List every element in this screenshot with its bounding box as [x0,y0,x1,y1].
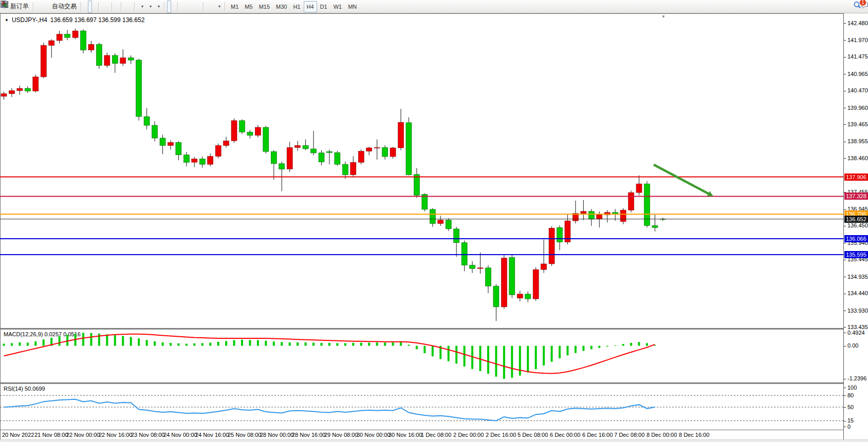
chevron-down-icon[interactable]: ▾ [218,4,220,9]
timeframe-MN[interactable]: MN [345,1,360,12]
timeframe-W1[interactable]: W1 [330,1,345,12]
text-label-button[interactable]: T [210,1,214,13]
bar-chart-button[interactable] [84,1,88,13]
time-tick-label: 20 Nov 2022 [2,432,34,438]
axis-tick [844,294,846,294]
zoom-in-button[interactable] [101,1,105,13]
price-tick-label: 136.450 [847,222,868,228]
axis-tick [844,395,846,396]
timeframe-H1[interactable]: H1 [290,1,303,12]
time-tick-label: 1 Dec 08:00 [421,432,451,438]
axis-tick [844,57,846,57]
arrows-button[interactable]: ▾ [214,1,223,13]
price-axis[interactable]: 142.480141.970141.475140.965140.470139.9… [843,13,868,439]
axis-tick [844,74,846,74]
cursor-button[interactable] [167,1,171,13]
autotrade-button[interactable]: 自动交易 [48,1,79,13]
current-price-badge: 136.652 [844,216,868,223]
price-tick-label: 138.460 [847,155,868,161]
toolbar-separator [121,2,122,11]
vertical-line-button[interactable] [180,1,184,13]
time-tick-label: 8 Dec 00:00 [647,432,677,438]
time-tick-label: 2 Dec 00:00 [453,432,484,438]
price-tick-label: 141.475 [847,53,868,60]
rsi-tick-label: 50 [847,404,854,410]
price-tick-label: 142.480 [847,20,868,26]
price-tick-label: 140.965 [847,71,868,77]
rsi-tick-label: 100 [847,385,857,391]
time-tick-label: 6 Dec 00:00 [550,432,580,438]
auto-scroll-button[interactable] [124,1,128,13]
time-tick-label: 21 Nov 08:00 [34,432,68,438]
time-tick-label: 30 Nov 16:00 [389,432,422,438]
time-tick-label: 24 Nov 16:00 [195,432,229,438]
chevron-down-icon[interactable]: ▾ [158,4,160,9]
time-tick-label: 5 Dec 08:00 [518,432,548,438]
tile-windows-button[interactable] [115,1,119,13]
timeframe-H4[interactable]: H4 [304,1,317,12]
axis-tick [844,427,846,427]
axis-tick [844,243,846,243]
time-tick-label: 30 Nov 00:00 [357,432,390,438]
notifications-button[interactable]: 1 [860,1,864,13]
text-button[interactable]: A [206,1,210,13]
market-watch-button[interactable] [36,1,40,13]
notification-badge: 1 [859,0,866,6]
axis-tick [844,124,846,125]
toolbar-separator [81,2,82,11]
zoom-out-button[interactable] [105,1,109,13]
line-chart-button[interactable] [92,1,96,13]
time-tick-label: 8 Dec 16:00 [679,432,709,438]
axis-tick [844,388,846,388]
rsi-tick-label: 80 [847,392,854,398]
axis-tick [844,209,846,210]
candlestick-chart-button[interactable] [88,1,92,13]
timeframe-M1[interactable]: M1 [228,1,242,12]
toolbar-separator [112,2,113,11]
channel-button[interactable]: E [193,1,197,13]
time-tick-label: 22 Nov 16:00 [99,432,132,438]
axis-tick [844,91,846,91]
rsi-tick-label: 0 [847,424,851,430]
new-order-button[interactable]: 新订单 [7,1,31,13]
macd-tick-label: 0.4924 [847,330,865,336]
time-axis[interactable]: 20 Nov 202221 Nov 08:0022 Nov 00:0022 No… [0,430,844,439]
price-tick-label: 134.440 [847,290,868,296]
timeframe-M30[interactable]: M30 [273,1,290,12]
signals-button[interactable] [44,1,48,13]
templates-button[interactable]: ▾ [154,1,162,13]
price-tick-label: 139.960 [847,105,868,111]
autotrade-button-label: 自动交易 [52,2,77,11]
axis-tick [844,23,846,24]
fibonacci-button[interactable]: F [197,1,201,13]
toolbar-separator [177,2,178,11]
trading-terminal-window: 新订单自动交易▾▾▾EFAT▾M1M5M15M30H1H4D1W1MN1 ▼ U… [0,0,868,442]
time-tick-label: 25 Nov 08:00 [228,432,261,438]
data-window-button[interactable] [40,1,44,13]
rsi-tick-label: 15 [847,417,854,424]
chevron-down-icon[interactable]: ▾ [141,4,143,9]
toolbar-separator [134,2,135,11]
price-line-badge: 137.328 [844,193,868,200]
time-tick-label: 7 Dec 08:00 [614,432,644,438]
axis-tick [844,277,846,277]
trendline-button[interactable] [189,1,193,13]
price-line-badge: 136.066 [844,235,868,242]
axis-tick [844,407,846,408]
timeframe-M5[interactable]: M5 [242,1,255,12]
axis-tick [844,226,846,226]
timeframe-M15[interactable]: M15 [256,1,273,12]
horizontal-line-button[interactable] [184,1,189,13]
indicators-button[interactable]: ▾ [137,1,145,13]
chart-shift-button[interactable] [128,1,132,13]
periods-button[interactable]: ▾ [145,1,154,13]
rsi-chart[interactable] [0,13,843,430]
timeframe-group: M1M5M15M30H1H4D1W1MN [228,1,360,13]
crosshair-button[interactable] [171,1,175,13]
axis-tick [844,327,846,328]
search-button[interactable] [853,1,857,13]
timeframe-D1[interactable]: D1 [317,1,330,12]
axis-tick [844,421,846,421]
chevron-down-icon[interactable]: ▾ [150,4,152,9]
toolbar-separator [203,2,204,11]
